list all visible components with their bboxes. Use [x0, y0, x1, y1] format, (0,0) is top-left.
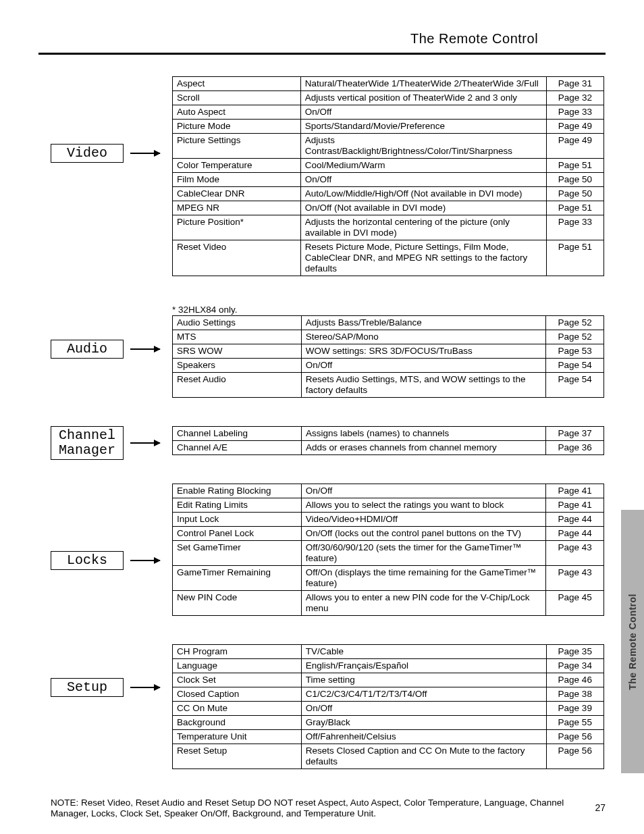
item-cell: Background	[173, 716, 302, 730]
table-row: Clock SetTime settingPage 46	[173, 673, 604, 687]
ref-cell: Page 52	[546, 316, 604, 330]
ref-cell: Page 51	[546, 240, 603, 276]
item-cell: CableClear DNR	[173, 187, 301, 201]
footnote: * 32HLX84 only.	[172, 305, 604, 315]
ref-cell: Page 54	[546, 373, 604, 398]
desc-cell: TV/Cable	[301, 645, 546, 659]
ref-cell: Page 54	[546, 359, 604, 373]
table-row: ScrollAdjusts vertical position of Theat…	[173, 91, 604, 105]
desc-cell: Adjusts Bass/Treble/Balance	[301, 316, 546, 330]
ref-cell: Page 35	[546, 645, 604, 659]
ref-cell: Page 43	[546, 566, 604, 591]
desc-cell: Cool/Medium/Warm	[300, 159, 546, 173]
desc-cell: On/Off (locks out the control panel butt…	[301, 527, 546, 541]
item-cell: Picture Position*	[173, 215, 301, 240]
table-row: Picture SettingsAdjusts Contrast/Backlig…	[173, 134, 604, 159]
ref-cell: Page 49	[546, 134, 603, 159]
submenu-table: Audio SettingsAdjusts Bass/Treble/Balanc…	[172, 315, 604, 398]
arrow-icon	[130, 442, 160, 444]
desc-cell: Sports/Standard/Movie/Preference	[300, 120, 546, 134]
desc-cell: Allows you to select the ratings you wan…	[301, 498, 546, 513]
table-row: Channel A/EAdds or erases channels from …	[173, 441, 604, 455]
table-row: Auto AspectOn/OffPage 33	[173, 105, 604, 120]
menu-category-box: ChannelManager	[51, 426, 124, 460]
arrow-icon	[130, 560, 160, 561]
desc-cell: WOW settings: SRS 3D/FOCUS/TruBass	[301, 344, 546, 359]
submenu-table: Enable Rating BlockingOn/OffPage 41Edit …	[172, 484, 604, 616]
item-cell: CH Program	[173, 645, 302, 659]
item-cell: Audio Settings	[173, 316, 302, 330]
ref-cell: Page 52	[546, 330, 604, 344]
item-cell: Speakers	[173, 359, 302, 373]
table-row: Control Panel LockOn/Off (locks out the …	[173, 527, 604, 541]
table-row: New PIN CodeAllows you to enter a new PI…	[173, 591, 604, 616]
side-tab: The Remote Control	[621, 510, 644, 773]
menu-category-box: Video	[51, 144, 124, 163]
desc-cell: Auto/Low/Middle/High/Off (Not available …	[300, 187, 546, 201]
ref-cell: Page 44	[546, 513, 604, 527]
side-tab-text: The Remote Control	[627, 594, 638, 690]
desc-cell: Allows you to enter a new PIN code for t…	[301, 591, 546, 616]
item-cell: Reset Setup	[173, 744, 302, 769]
ref-cell: Page 34	[546, 659, 604, 673]
item-cell: Control Panel Lock	[173, 527, 302, 541]
ref-cell: Page 37	[546, 427, 604, 441]
table-row: Closed CaptionC1/C2/C3/C4/T1/T2/T3/T4/Of…	[173, 687, 604, 702]
table-row: BackgroundGray/BlackPage 55	[173, 716, 604, 730]
submenu-table: AspectNatural/TheaterWide 1/TheaterWide …	[172, 76, 604, 276]
desc-cell: On/Off	[300, 105, 546, 120]
ref-cell: Page 56	[546, 730, 604, 744]
ref-cell: Page 33	[546, 215, 603, 240]
menu-category-box: Setup	[51, 678, 124, 697]
table-row: Film ModeOn/OffPage 50	[173, 173, 604, 187]
desc-cell: Resets Audio Settings, MTS, and WOW sett…	[301, 373, 546, 398]
table-row: Channel LabelingAssigns labels (names) t…	[173, 427, 604, 441]
table-row: AspectNatural/TheaterWide 1/TheaterWide …	[173, 77, 604, 91]
item-cell: Language	[173, 659, 302, 673]
item-cell: Set GameTimer	[173, 541, 302, 566]
submenu-table: Channel LabelingAssigns labels (names) t…	[172, 426, 604, 455]
ref-cell: Page 53	[546, 344, 604, 359]
table-row: Set GameTimerOff/30/60/90/120 (sets the …	[173, 541, 604, 566]
item-cell: Film Mode	[173, 173, 301, 187]
ref-cell: Page 36	[546, 441, 604, 455]
item-cell: MPEG NR	[173, 201, 301, 215]
item-cell: Picture Mode	[173, 120, 301, 134]
table-row: CH ProgramTV/CablePage 35	[173, 645, 604, 659]
table-row: Audio SettingsAdjusts Bass/Treble/Balanc…	[173, 316, 604, 330]
ref-cell: Page 50	[546, 173, 603, 187]
ref-cell: Page 45	[546, 591, 604, 616]
ref-cell: Page 41	[546, 484, 604, 498]
ref-cell: Page 31	[546, 77, 603, 91]
item-cell: GameTimer Remaining	[173, 566, 302, 591]
ref-cell: Page 46	[546, 673, 604, 687]
desc-cell: Resets Picture Mode, Picture Settings, F…	[300, 240, 546, 276]
desc-cell: On/Off (Not available in DVI mode)	[300, 201, 546, 215]
table-row: Edit Rating LimitsAllows you to select t…	[173, 498, 604, 513]
desc-cell: Gray/Black	[301, 716, 546, 730]
arrow-icon	[130, 687, 160, 688]
desc-cell: On/Off	[300, 173, 546, 187]
desc-cell: On/Off	[301, 702, 546, 716]
page-title: The Remote Control	[410, 31, 538, 47]
table-row: Picture Position*Adjusts the horizontal …	[173, 215, 604, 240]
ref-cell: Page 51	[546, 201, 603, 215]
item-cell: Closed Caption	[173, 687, 302, 702]
desc-cell: Video/Video+HDMI/Off	[301, 513, 546, 527]
table-row: GameTimer RemainingOff/On (displays the …	[173, 566, 604, 591]
desc-cell: Resets Closed Caption and CC On Mute to …	[301, 744, 546, 769]
desc-cell: C1/C2/C3/C4/T1/T2/T3/T4/Off	[301, 687, 546, 702]
desc-cell: Off/On (displays the time remaining for …	[301, 566, 546, 591]
header-rule	[38, 53, 606, 55]
item-cell: Channel Labeling	[173, 427, 302, 441]
item-cell: CC On Mute	[173, 702, 302, 716]
desc-cell: Time setting	[301, 673, 546, 687]
ref-cell: Page 56	[546, 744, 604, 769]
item-cell: SRS WOW	[173, 344, 302, 359]
table-row: Reset VideoResets Picture Mode, Picture …	[173, 240, 604, 276]
table-row: SpeakersOn/OffPage 54	[173, 359, 604, 373]
table-row: SRS WOWWOW settings: SRS 3D/FOCUS/TruBas…	[173, 344, 604, 359]
item-cell: New PIN Code	[173, 591, 302, 616]
table-row: Input LockVideo/Video+HDMI/OffPage 44	[173, 513, 604, 527]
ref-cell: Page 41	[546, 498, 604, 513]
